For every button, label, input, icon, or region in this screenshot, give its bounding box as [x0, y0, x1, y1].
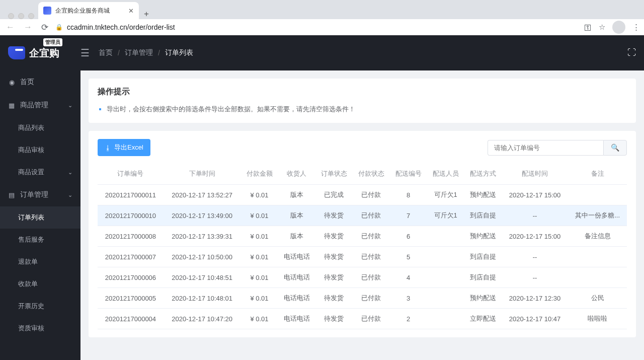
chevron-down-icon: ⌄	[68, 169, 72, 176]
table-cell: --	[502, 267, 569, 288]
table-cell: 电话电话	[278, 247, 315, 267]
role-badge: 管理员	[43, 38, 62, 46]
table-cell: 预约配送	[464, 226, 502, 247]
table-panel: ⭳ 导出Excel 🔍 订单编号下单时间付款金额收货人订单状态付款状态配送编号配…	[89, 131, 636, 337]
table-cell: 已完成	[315, 185, 353, 205]
table-row[interactable]: 202012170000082020-12-17 13:39:31¥ 0.01版…	[98, 226, 627, 247]
search-button[interactable]: 🔍	[603, 140, 627, 156]
table-row[interactable]: 202012170000042020-12-17 10:47:20¥ 0.01电…	[98, 309, 627, 329]
table-cell: 20201217000006	[98, 267, 164, 288]
table-cell: --	[502, 247, 569, 267]
address-bar[interactable]: 🔒 ccadmin.tnktech.cn/order/order-list	[55, 23, 579, 31]
search-icon: 🔍	[611, 143, 619, 152]
table-cell: --	[502, 205, 569, 226]
sidebar-item-goods-review[interactable]: 商品审核	[0, 139, 80, 161]
column-header: 付款金额	[240, 163, 278, 185]
table-cell: 已付款	[353, 309, 390, 329]
sidebar-toggle-icon[interactable]: ☰	[80, 47, 90, 59]
url-text: ccadmin.tnktech.cn/order/order-list	[67, 23, 175, 31]
table-cell: ¥ 0.01	[240, 267, 278, 288]
tab-title: 企宜购企业服务商城	[55, 7, 124, 15]
export-button[interactable]: ⭳ 导出Excel	[98, 139, 150, 156]
column-header: 配送时间	[502, 163, 569, 185]
sidebar-label: 首页	[20, 78, 34, 87]
sidebar-item-qualification[interactable]: 资质审核	[0, 317, 80, 339]
download-icon: ⭳	[105, 144, 111, 152]
table-cell: 3	[390, 288, 427, 309]
table-row[interactable]: 202012170000112020-12-17 13:52:27¥ 0.01版…	[98, 185, 627, 205]
browser-tab[interactable]: 企宜购企业服务商城 ✕	[38, 2, 139, 19]
browser-chrome: 企宜购企业服务商城 ✕ + ← → ⟳ 🔒 ccadmin.tnktech.cn…	[0, 0, 644, 35]
sidebar-item-refund[interactable]: 退款单	[0, 251, 80, 273]
document-icon: ▤	[8, 191, 15, 199]
sidebar-item-goods-list[interactable]: 商品列表	[0, 117, 80, 139]
logo-label: 企宜购	[29, 47, 59, 58]
table-cell: ¥ 0.01	[240, 226, 278, 247]
table-row[interactable]: 202012170000062020-12-17 10:48:51¥ 0.01电…	[98, 267, 627, 288]
column-header: 订单编号	[98, 163, 164, 185]
table-cell: 2020-12-17 13:49:00	[164, 205, 241, 226]
sidebar-item-after-sale[interactable]: 售后服务	[0, 229, 80, 251]
table-cell: 20201217000004	[98, 309, 164, 329]
bookmark-icon[interactable]: ☆	[599, 23, 605, 32]
table-cell: 2020-12-17 10:50:00	[164, 247, 241, 267]
logo[interactable]: 管理员 企宜购	[8, 46, 80, 60]
back-button[interactable]: ←	[4, 20, 17, 34]
table-row[interactable]: 202012170000102020-12-17 13:49:00¥ 0.01版…	[98, 205, 627, 226]
window-controls	[4, 7, 38, 19]
sidebar-item-receipt[interactable]: 收款单	[0, 273, 80, 295]
table-cell	[568, 267, 627, 288]
table-cell: 备注信息	[568, 226, 627, 247]
minimize-window-icon[interactable]	[18, 13, 24, 19]
column-header: 备注	[568, 163, 627, 185]
new-tab-button[interactable]: +	[139, 9, 154, 19]
app-header: 管理员 企宜购 ☰ 首页 / 订单管理 / 订单列表 ⛶	[0, 35, 644, 70]
table-cell: 6	[390, 226, 427, 247]
table-cell: 电话电话	[278, 288, 315, 309]
breadcrumb-section[interactable]: 订单管理	[125, 48, 153, 57]
sidebar-item-order-list[interactable]: 订单列表	[0, 206, 80, 229]
forward-button[interactable]: →	[22, 20, 34, 34]
breadcrumb: 首页 / 订单管理 / 订单列表	[99, 48, 193, 57]
sidebar-item-goods[interactable]: ▦ 商品管理 ⌄	[0, 94, 80, 117]
sidebar-item-invoice[interactable]: 开票历史	[0, 295, 80, 317]
more-menu-icon[interactable]: ⋮	[632, 23, 640, 32]
table-cell	[427, 309, 464, 329]
fullscreen-icon[interactable]: ⛶	[627, 48, 636, 58]
table-cell: ¥ 0.01	[240, 247, 278, 267]
sidebar-item-order[interactable]: ▤ 订单管理 ⌄	[0, 183, 80, 206]
table-row[interactable]: 202012170000072020-12-17 10:50:00¥ 0.01电…	[98, 247, 627, 267]
sidebar-item-home[interactable]: ◉ 首页	[0, 70, 80, 94]
search-input[interactable]	[488, 140, 603, 156]
column-header: 下单时间	[164, 163, 241, 185]
chevron-down-icon: ⌄	[68, 102, 72, 109]
table-cell: 版本	[278, 205, 315, 226]
table-cell: ¥ 0.01	[240, 185, 278, 205]
table-cell: 已付款	[353, 185, 390, 205]
close-window-icon[interactable]	[8, 13, 14, 19]
table-cell: 预约配送	[464, 288, 502, 309]
profile-avatar[interactable]	[612, 21, 625, 34]
column-header: 订单状态	[315, 163, 353, 185]
table-cell: 待发货	[315, 288, 353, 309]
table-cell: 待发货	[315, 267, 353, 288]
key-icon[interactable]: ⚿	[584, 23, 592, 32]
reload-button[interactable]: ⟳	[39, 20, 50, 35]
table-cell	[427, 247, 464, 267]
maximize-window-icon[interactable]	[28, 13, 34, 19]
table-cell: 可斤欠1	[427, 205, 464, 226]
main-content: 操作提示 导出时，会按右侧搜索中的筛选条件导出全部数据。如果不需要，请先清空筛选…	[80, 70, 644, 360]
table-cell: 待发货	[315, 309, 353, 329]
breadcrumb-home[interactable]: 首页	[99, 48, 113, 57]
sidebar-item-goods-settings[interactable]: 商品设置⌄	[0, 161, 80, 183]
table-cell: 已付款	[353, 288, 390, 309]
table-cell: 5	[390, 247, 427, 267]
table-cell: 2020-12-17 13:52:27	[164, 185, 241, 205]
table-cell: 2020-12-17 10:47	[502, 309, 569, 329]
table-cell: 电话电话	[278, 267, 315, 288]
table-row[interactable]: 202012170000052020-12-17 10:48:01¥ 0.01电…	[98, 288, 627, 309]
table-cell: 20201217000010	[98, 205, 164, 226]
table-cell: 20201217000007	[98, 247, 164, 267]
close-tab-icon[interactable]: ✕	[128, 7, 134, 15]
table-cell	[568, 247, 627, 267]
